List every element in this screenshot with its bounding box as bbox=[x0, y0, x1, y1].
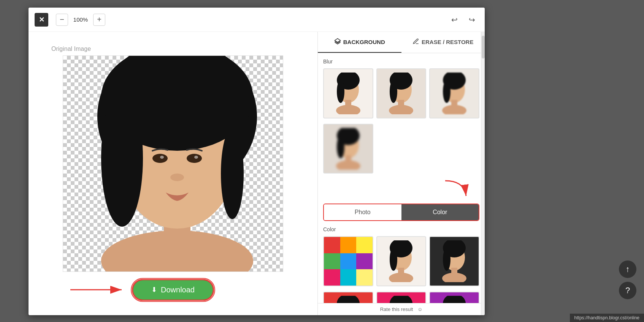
image-panel: Original Image bbox=[29, 32, 317, 315]
close-button[interactable]: ✕ bbox=[35, 13, 48, 27]
color-toggle-btn[interactable]: Color bbox=[401, 204, 479, 220]
blur-thumb-2[interactable] bbox=[429, 68, 479, 118]
rate-result-label: Rate this result bbox=[380, 306, 413, 312]
zoom-controls: − 100% + bbox=[56, 14, 105, 26]
tab-bar: BACKGROUND ERASE / RESTORE bbox=[318, 32, 485, 53]
blur-section-label: Blur bbox=[323, 58, 479, 65]
help-button[interactable]: ? bbox=[619, 282, 636, 299]
pencil-icon bbox=[412, 38, 419, 46]
color-thumb-grid-2 bbox=[323, 292, 479, 303]
svg-point-45 bbox=[442, 273, 466, 282]
scrollbar-thumb[interactable] bbox=[482, 36, 485, 58]
svg-point-57 bbox=[443, 296, 466, 303]
tab-erase-restore[interactable]: ERASE / RESTORE bbox=[401, 32, 485, 53]
blur-thumb-0[interactable] bbox=[323, 68, 373, 118]
color-dark-thumb[interactable] bbox=[429, 236, 479, 286]
svg-point-43 bbox=[443, 248, 450, 271]
tab-erase-restore-label: ERASE / RESTORE bbox=[422, 39, 473, 45]
history-buttons: ↩ ↪ bbox=[447, 13, 479, 27]
scrollbar-track[interactable] bbox=[481, 32, 485, 315]
float-buttons: ↑ ? bbox=[619, 260, 636, 299]
svg-point-29 bbox=[442, 105, 466, 114]
color-pink-thumb[interactable] bbox=[376, 292, 427, 303]
svg-point-38 bbox=[390, 248, 397, 271]
blur-thumb-grid bbox=[323, 68, 479, 118]
zoom-in-button[interactable]: + bbox=[93, 14, 105, 26]
scroll-up-button[interactable]: ↑ bbox=[619, 260, 636, 278]
download-icon: ⬇ bbox=[151, 286, 157, 294]
svg-point-24 bbox=[389, 105, 413, 114]
svg-point-40 bbox=[389, 273, 413, 282]
content-area: Original Image bbox=[29, 32, 485, 315]
svg-point-2 bbox=[101, 230, 253, 272]
color-thumb-grid-1 bbox=[323, 236, 479, 286]
photo-color-toggle: Photo Color bbox=[323, 204, 479, 221]
rate-emoji[interactable]: ☺ bbox=[417, 306, 422, 312]
download-label: Download bbox=[161, 286, 195, 294]
svg-point-32 bbox=[337, 136, 344, 158]
svg-point-17 bbox=[337, 80, 344, 103]
blur-thumb-3[interactable] bbox=[323, 124, 373, 174]
svg-point-10 bbox=[194, 156, 198, 159]
layers-icon bbox=[334, 38, 341, 46]
svg-point-52 bbox=[390, 296, 412, 303]
right-panel: BACKGROUND ERASE / RESTORE Blur bbox=[317, 32, 485, 315]
color-purple-thumb[interactable] bbox=[429, 292, 479, 303]
toolbar: ✕ − 100% + ↩ ↪ bbox=[29, 8, 485, 32]
svg-point-27 bbox=[443, 80, 450, 103]
portrait-svg bbox=[63, 56, 283, 272]
svg-point-9 bbox=[160, 156, 164, 159]
download-arrow-icon bbox=[67, 282, 127, 297]
photo-toggle-btn[interactable]: Photo bbox=[324, 204, 401, 220]
redo-button[interactable]: ↪ bbox=[465, 13, 479, 27]
rate-result-bar: Rate this result ☺ bbox=[318, 303, 485, 315]
svg-point-8 bbox=[187, 154, 202, 163]
zoom-value: 100% bbox=[71, 16, 90, 23]
svg-point-6 bbox=[221, 128, 244, 219]
color-picker-thumb[interactable] bbox=[323, 236, 373, 286]
tab-background[interactable]: BACKGROUND bbox=[318, 32, 401, 53]
blur-thumb-1[interactable] bbox=[376, 68, 427, 118]
color-arrow-icon bbox=[441, 179, 472, 200]
undo-button[interactable]: ↩ bbox=[447, 13, 461, 27]
svg-point-7 bbox=[152, 154, 168, 163]
image-label: Original Image bbox=[51, 46, 91, 52]
download-button[interactable]: ⬇ Download bbox=[133, 280, 213, 300]
svg-point-5 bbox=[101, 90, 143, 227]
image-canvas bbox=[63, 55, 283, 272]
svg-point-19 bbox=[336, 105, 360, 114]
color-red-thumb[interactable] bbox=[323, 292, 373, 303]
zoom-out-button[interactable]: − bbox=[56, 14, 68, 26]
color-section-label: Color bbox=[323, 226, 479, 232]
right-content[interactable]: Blur bbox=[318, 53, 485, 303]
svg-point-11 bbox=[170, 174, 184, 181]
download-area: ⬇ Download bbox=[36, 278, 310, 302]
photo-color-toggle-wrapper: Photo Color bbox=[323, 179, 479, 221]
main-modal: ✕ − 100% + ↩ ↪ Original Image bbox=[29, 8, 485, 315]
tab-background-label: BACKGROUND bbox=[343, 39, 385, 45]
blur-thumb-single-row bbox=[323, 124, 479, 174]
color-white-thumb[interactable] bbox=[376, 236, 427, 286]
download-highlight: ⬇ Download bbox=[131, 278, 215, 302]
svg-point-22 bbox=[390, 80, 397, 103]
svg-point-34 bbox=[336, 160, 360, 170]
url-bar: https://handtispn.blogr.cst/online bbox=[570, 314, 644, 322]
svg-point-47 bbox=[337, 296, 360, 303]
